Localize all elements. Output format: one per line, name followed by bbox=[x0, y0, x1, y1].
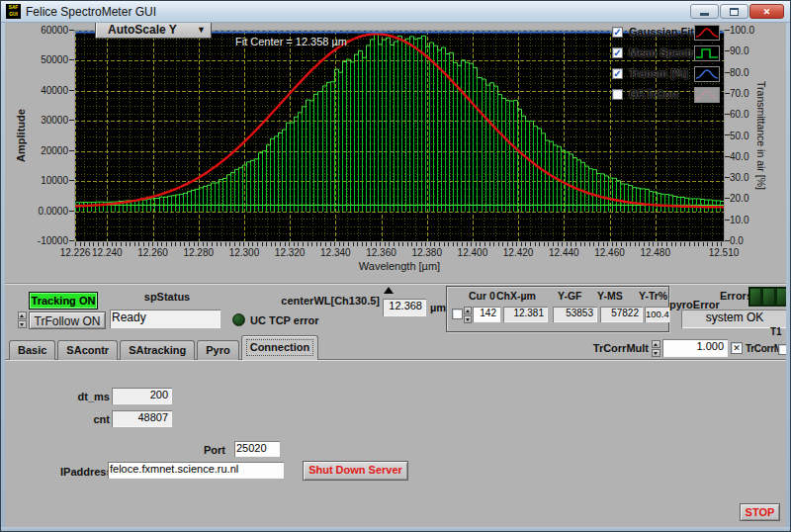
maximize-icon bbox=[730, 8, 739, 16]
cursor-header-x: X-µm bbox=[510, 290, 536, 302]
legend-item-1: ✓Mean Spectr bbox=[611, 44, 724, 65]
axis-tick-label: 30000 bbox=[5, 115, 68, 126]
axis-tick-label: 80.0 bbox=[730, 67, 748, 78]
ipaddress-field[interactable]: feloce.fxmnet.science.ru.nl bbox=[108, 462, 284, 479]
window-title: Felice SpectroMeter GUI bbox=[26, 5, 156, 19]
tab-basic[interactable]: Basic bbox=[9, 340, 55, 360]
y-right-tickmarks bbox=[725, 30, 730, 243]
legend-checkbox-1[interactable]: ✓ bbox=[612, 47, 623, 58]
port-label: Port bbox=[204, 444, 225, 456]
cursor-header-ytr: Y-Tr% bbox=[639, 290, 667, 302]
cursor-header-ygf: Y-GF bbox=[558, 290, 582, 302]
cursor-x-value: 12.381 bbox=[503, 307, 548, 322]
stop-button[interactable]: STOP bbox=[740, 503, 780, 521]
tab-pyro[interactable]: Pyro bbox=[197, 340, 238, 360]
axis-tick-label: 30.0 bbox=[730, 172, 748, 183]
trcorrmsgf-checkbox[interactable]: ✕ bbox=[731, 342, 743, 354]
cursor-readout-group: Cur 0 Ch X-µm Y-GF Y-MS Y-Tr% 142 12.381… bbox=[446, 286, 669, 332]
trfollow-selector[interactable]: TrFollow ON bbox=[29, 311, 106, 329]
minimize-icon bbox=[700, 13, 709, 16]
cursor-checkbox[interactable] bbox=[452, 309, 463, 319]
axis-tick-label: 12.340 bbox=[313, 247, 357, 258]
axis-tick-label: 12.320 bbox=[268, 247, 311, 258]
legend-checkbox-3[interactable] bbox=[612, 89, 623, 100]
trcorrmult-stepper[interactable] bbox=[652, 340, 660, 357]
cnt-label: cnt bbox=[58, 413, 110, 425]
cursor-channel-value[interactable]: 142 bbox=[473, 307, 500, 322]
cursor-ygf-value: 53853 bbox=[553, 307, 597, 322]
legend-item-2: ✓Transm [%] bbox=[611, 65, 724, 86]
axis-tick-label: 10.0 bbox=[730, 215, 748, 225]
axis-tick-label: 60000 bbox=[5, 25, 68, 36]
tab-sacontr[interactable]: SAcontr bbox=[57, 340, 118, 360]
cursor-header-ch: Ch bbox=[496, 290, 510, 302]
legend-label: Mean Spectr bbox=[629, 46, 693, 58]
axis-tick-label: 60.0 bbox=[730, 109, 748, 120]
plot-legend: ✓Gaussian Fit✓Mean Spectr✓Transm [%]GF.T… bbox=[611, 24, 724, 107]
spstatus-display: Ready bbox=[110, 310, 220, 328]
cursor-ytr-value: 100.4 bbox=[645, 307, 669, 322]
legend-line-sample-icon[interactable] bbox=[694, 45, 720, 61]
close-icon: ✕ bbox=[763, 7, 771, 17]
legend-line-sample-icon[interactable] bbox=[694, 66, 720, 82]
autoscale-y-dropdown[interactable]: AutoScale Y ▼ bbox=[95, 21, 212, 39]
chevron-down-icon: ▼ bbox=[197, 25, 206, 35]
tab-satracking[interactable]: SAtracking bbox=[120, 340, 195, 360]
fit-center-annotation: Fit Center = 12.358 µm bbox=[235, 36, 347, 47]
shutdown-server-button[interactable]: Shut Down Server bbox=[303, 461, 408, 481]
dtms-label: dt_ms bbox=[58, 391, 110, 402]
errors-led-array bbox=[748, 287, 789, 307]
trfollow-stepper[interactable] bbox=[18, 311, 27, 328]
dtms-value: 200 bbox=[112, 388, 172, 404]
axis-tick-label: 12.480 bbox=[634, 247, 677, 258]
axis-tick-label: 40000 bbox=[5, 85, 68, 96]
axis-tick-label: 70.0 bbox=[730, 88, 748, 99]
axis-tick-label: 12.510 bbox=[702, 247, 746, 258]
ipaddress-label: IPaddress bbox=[60, 466, 113, 478]
uc-tcp-error-led bbox=[232, 313, 245, 326]
axis-tick-label: 50.0 bbox=[730, 131, 748, 141]
legend-checkbox-2[interactable]: ✓ bbox=[612, 68, 623, 79]
centerwl-value: 12.368 bbox=[383, 299, 426, 316]
legend-label: Transm [%] bbox=[629, 67, 687, 79]
axis-tick-label: -10000 bbox=[5, 235, 68, 246]
legend-item-3: GF.TrCorr bbox=[611, 86, 724, 107]
axis-tick-label: 20000 bbox=[5, 145, 68, 156]
axis-tick-label: 12.300 bbox=[222, 247, 266, 258]
axis-tick-label: 12.360 bbox=[360, 247, 403, 258]
maximize-button[interactable] bbox=[720, 4, 748, 19]
tracking-on-button[interactable]: Tracking ON bbox=[29, 292, 98, 310]
axis-tick-label: 0.0 bbox=[730, 235, 744, 246]
axis-tick-label: 0.0000 bbox=[5, 206, 68, 217]
legend-line-sample-icon[interactable] bbox=[694, 87, 720, 103]
trcorrmult-value[interactable]: 1.000 bbox=[662, 339, 728, 357]
tab-bar: BasicSAcontrSAtrackingPyroConnection bbox=[9, 335, 320, 360]
centerwl-unit: µm bbox=[430, 302, 446, 313]
y-right-axis-label: Transmittance in air [%] bbox=[755, 81, 767, 190]
axis-tick-label: 20.0 bbox=[730, 193, 748, 204]
uc-tcp-error-label: UC TCP error bbox=[250, 314, 318, 326]
legend-label: GF.TrCorr bbox=[629, 88, 679, 100]
axis-tick-label: 12.260 bbox=[132, 247, 175, 258]
legend-line-sample-icon[interactable] bbox=[694, 25, 720, 41]
axis-tick-label: 12.460 bbox=[588, 247, 632, 258]
tab-connection[interactable]: Connection bbox=[241, 335, 319, 360]
legend-label: Gaussian Fit bbox=[629, 26, 694, 38]
cursor-header-name: Cur 0 bbox=[469, 290, 495, 302]
axis-tick-label: 50000 bbox=[5, 54, 68, 65]
cursor-channel-stepper[interactable] bbox=[464, 307, 472, 323]
axis-tick-label: 12.240 bbox=[85, 247, 129, 258]
axis-tick-label: 12.400 bbox=[451, 247, 494, 258]
app-icon: SAFGUI bbox=[6, 4, 21, 19]
t1-label: T1 bbox=[770, 326, 782, 337]
close-button[interactable]: ✕ bbox=[749, 4, 784, 19]
spstatus-label: spStatus bbox=[118, 291, 217, 303]
port-field[interactable]: 25020 bbox=[234, 441, 280, 457]
axis-tick-label: 90.0 bbox=[730, 45, 748, 56]
legend-checkbox-0[interactable]: ✓ bbox=[612, 27, 623, 38]
minimize-button[interactable] bbox=[690, 4, 719, 19]
y-left-tickmarks bbox=[69, 30, 74, 243]
app-window: SAFGUI Felice SpectroMeter GUI ✕ Amplitu… bbox=[0, 0, 791, 532]
trcorrmult-label: TrCorrMult bbox=[570, 342, 649, 354]
title-bar[interactable]: SAFGUI Felice SpectroMeter GUI ✕ bbox=[1, 1, 790, 23]
